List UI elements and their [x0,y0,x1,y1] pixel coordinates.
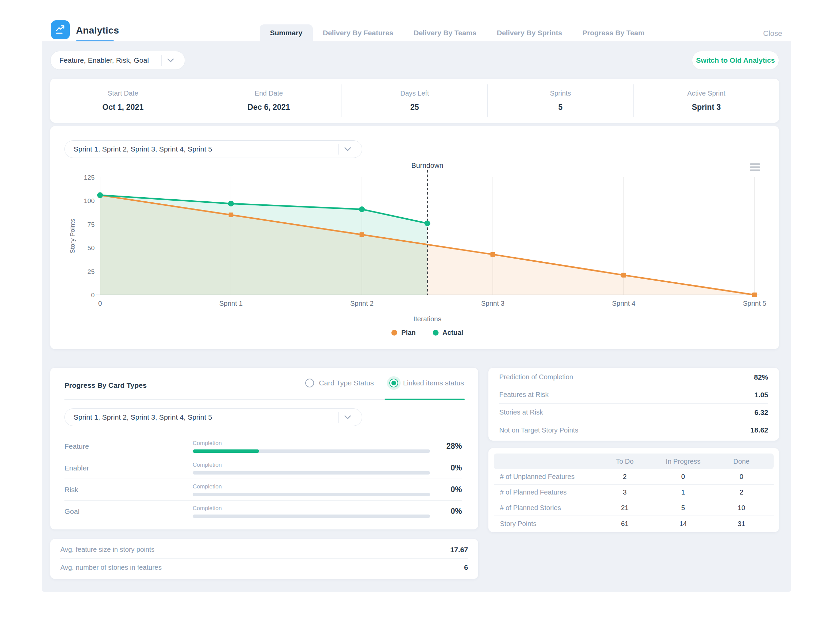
actual-legend-dot [433,330,439,336]
risk-stat-label: Stories at Risk [499,408,543,416]
table-row: # of Unplanned Features 2 0 0 [494,469,774,485]
burndown-sprint-select-value: Sprint 1, Sprint 2, Sprint 3, Sprint 4, … [74,145,336,153]
averages-card: Avg. feature size in story points 17.67 … [50,539,478,579]
summary-stats-card: Start Date Oct 1, 2021 End Date Dec 6, 2… [50,79,779,123]
row-label: # of Planned Stories [494,504,596,512]
progress-percent: 0% [451,463,462,472]
risk-stat-value: 6.32 [754,408,768,417]
progress-row-feature: Feature Completion 28% [65,435,462,457]
progress-mode-radio-group: Card Type Status Linked items status [305,379,464,387]
radio-selected-icon [389,379,398,387]
chevron-down-icon [167,58,185,62]
close-button[interactable]: Close [763,29,782,38]
completion-label: Completion [193,440,430,447]
progress-by-card-types-card: Progress By Card Types Card Type Status … [50,368,478,529]
chevron-down-icon [344,415,362,419]
average-value: 17.67 [450,546,468,554]
chart-legend: Plan Actual [100,329,755,337]
column-header-in-progress: In Progress [654,458,712,465]
average-row: Avg. feature size in story points 17.67 [60,541,468,558]
svg-text:Sprint 3: Sprint 3 [481,300,505,307]
card-type-label: Feature [65,442,193,451]
cell: 1 [654,488,712,496]
risk-stat-row: Not on Target Story Points 18.62 [499,421,768,439]
progress-percent: 28% [446,442,462,451]
progress-rows: Feature Completion 28% Enabler Completio… [65,435,462,522]
stat-label: Sprints [550,89,571,97]
stat-days-left: Days Left 25 [342,84,488,117]
table-row: # of Planned Stories 21 5 10 [494,500,774,516]
actual-legend-label: Actual [442,329,463,337]
radio-card-type-status[interactable]: Card Type Status [305,379,374,387]
card-type-label: Risk [65,486,193,494]
card-type-filter-select[interactable]: Feature, Enabler, Risk, Goal [50,51,185,70]
burndown-chart: 02550751001250Sprint 1Sprint 2Sprint 3Sp… [65,169,780,315]
tab-delivery-by-teams[interactable]: Delivery By Teams [404,25,487,41]
svg-text:50: 50 [88,244,95,251]
svg-text:100: 100 [84,197,95,204]
stat-start-date: Start Date Oct 1, 2021 [50,84,196,117]
stat-value: 25 [410,103,419,112]
risk-stat-value: 82% [754,373,768,381]
row-label: # of Unplanned Features [494,473,596,481]
legend-item-actual[interactable]: Actual [433,329,463,337]
svg-text:Sprint 1: Sprint 1 [220,300,243,307]
legend-item-plan[interactable]: Plan [392,329,415,337]
tab-bar: Summary Delivery By Features Delivery By… [260,25,654,41]
risk-stat-label: Prediction of Completion [499,373,573,381]
risk-stats-card: Prediction of Completion 82% Features at… [488,368,779,441]
row-label: # of Planned Features [494,488,596,496]
cell: 2 [596,473,654,481]
select-divider [338,412,339,423]
svg-text:Sprint 5: Sprint 5 [743,300,766,307]
progress-sprint-select-value: Sprint 1, Sprint 2, Sprint 3, Sprint 4, … [74,413,336,421]
progress-row-risk: Risk Completion 0% [65,479,462,501]
switch-to-old-analytics-button[interactable]: Switch to Old Analytics [692,51,779,70]
stat-value: Oct 1, 2021 [103,103,143,112]
tab-delivery-by-features[interactable]: Delivery By Features [313,25,404,41]
column-header-done: Done [712,458,771,465]
svg-text:Story Points: Story Points [69,219,76,253]
cell: 10 [712,504,771,512]
burndown-sprint-select[interactable]: Sprint 1, Sprint 2, Sprint 3, Sprint 4, … [65,140,362,158]
cell: 0 [654,473,712,481]
progress-bar-track [193,493,430,496]
tab-progress-by-team[interactable]: Progress By Team [572,25,654,41]
chart-title: Burndown [100,161,755,169]
progress-bar-fill [193,449,259,453]
stat-value: 5 [558,103,563,112]
risk-stat-value: 1.05 [754,391,768,399]
tab-summary[interactable]: Summary [260,25,313,41]
svg-text:0: 0 [98,300,102,307]
risk-stat-row: Prediction of Completion 82% [499,368,768,386]
trend-line-icon [55,24,66,35]
risk-stat-label: Features at Risk [499,391,549,399]
progress-percent: 0% [451,485,462,494]
analytics-logo-icon [51,20,70,39]
risk-stat-row: Features at Risk 1.05 [499,386,768,404]
cell: 0 [712,473,771,481]
chart-x-axis-label: Iterations [100,315,755,323]
progress-row-enabler: Enabler Completion 0% [65,457,462,479]
cell: 2 [712,488,771,496]
tab-delivery-by-sprints[interactable]: Delivery By Sprints [487,25,573,41]
card-type-label: Goal [65,508,193,515]
selected-radio-underline [385,399,465,400]
analytics-screen: Analytics Summary Delivery By Features D… [0,0,814,644]
radio-label: Card Type Status [319,379,374,387]
cell: 21 [596,504,654,512]
stat-label: Active Sprint [687,89,725,97]
plan-legend-dot [392,330,397,336]
radio-label: Linked items status [403,379,464,387]
status-table-card: To Do In Progress Done # of Unplanned Fe… [488,448,779,532]
radio-linked-items-status[interactable]: Linked items status [389,379,464,387]
progress-row-goal: Goal Completion 0% [65,501,462,522]
table-row: # of Planned Features 3 1 2 [494,485,774,500]
stat-active-sprint: Active Sprint Sprint 3 [634,84,779,117]
table-row: Story Points 61 14 31 [494,516,774,532]
progress-sprint-select[interactable]: Sprint 1, Sprint 2, Sprint 3, Sprint 4, … [65,408,362,426]
stat-label: Days Left [400,89,429,97]
completion-label: Completion [193,505,430,512]
page-title: Analytics [76,25,119,36]
progress-bar-track [193,449,430,453]
